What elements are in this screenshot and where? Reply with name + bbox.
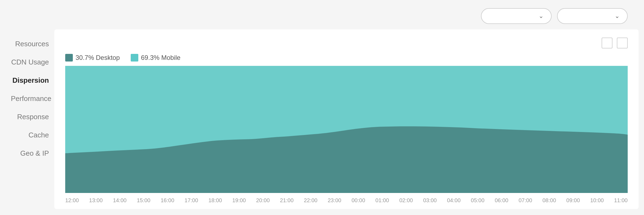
x-tick-label: 18:00 <box>208 197 222 204</box>
x-tick-label: 17:00 <box>185 197 198 204</box>
time-range-dropdown[interactable]: ⌄ <box>557 8 628 24</box>
chart-svg <box>65 66 628 193</box>
chevron-down-icon: ⌄ <box>539 13 543 20</box>
refresh-button[interactable] <box>617 38 628 48</box>
x-tick-label: 10:00 <box>590 197 604 204</box>
x-tick-label: 02:00 <box>399 197 413 204</box>
sidebar: ResourcesCDN UsageDispersionPerformanceR… <box>0 29 54 214</box>
sidebar-item-cdn_usage[interactable]: CDN Usage <box>0 53 54 71</box>
export-button[interactable] <box>602 38 612 48</box>
x-tick-label: 00:00 <box>352 197 365 204</box>
sidebar-item-cache[interactable]: Cache <box>0 126 54 144</box>
chart-legend: 30.7% Desktop69.3% Mobile <box>65 54 628 62</box>
x-tick-label: 23:00 <box>328 197 341 204</box>
x-tick-label: 20:00 <box>256 197 270 204</box>
chevron-down-icon: ⌄ <box>615 13 620 20</box>
sidebar-item-resources[interactable]: Resources <box>0 35 54 53</box>
chart-actions <box>602 38 628 48</box>
x-tick-label: 21:00 <box>280 197 293 204</box>
sidebar-item-geo_and_ip[interactable]: Geo & IP <box>0 144 54 162</box>
legend-label: 69.3% Mobile <box>141 54 180 62</box>
x-tick-label: 08:00 <box>542 197 556 204</box>
x-tick-label: 11:00 <box>614 197 628 204</box>
x-tick-label: 03:00 <box>423 197 437 204</box>
legend-item: 69.3% Mobile <box>131 54 180 62</box>
x-tick-label: 19:00 <box>232 197 246 204</box>
chart-container <box>65 66 628 193</box>
legend-label: 30.7% Desktop <box>76 54 120 62</box>
chart-panel: 30.7% Desktop69.3% Mobile 12:0013:0014:0… <box>54 29 639 209</box>
x-tick-label: 14:00 <box>113 197 127 204</box>
x-axis: 12:0013:0014:0015:0016:0017:0018:0019:00… <box>65 195 628 204</box>
x-tick-label: 01:00 <box>376 197 389 204</box>
x-tick-label: 12:00 <box>65 197 79 204</box>
legend-item: 30.7% Desktop <box>65 54 120 62</box>
x-tick-label: 16:00 <box>161 197 174 204</box>
mobile-legend-color <box>131 54 138 62</box>
x-tick-label: 04:00 <box>447 197 461 204</box>
sidebar-item-performance[interactable]: Performance <box>0 90 54 108</box>
x-tick-label: 13:00 <box>89 197 103 204</box>
sidebar-item-response[interactable]: Response <box>0 108 54 126</box>
main-content: ResourcesCDN UsageDispersionPerformanceR… <box>0 29 644 214</box>
x-tick-label: 15:00 <box>137 197 150 204</box>
x-tick-label: 09:00 <box>566 197 580 204</box>
x-tick-label: 05:00 <box>471 197 484 204</box>
sidebar-item-dispersion[interactable]: Dispersion <box>0 71 54 90</box>
x-tick-label: 07:00 <box>518 197 532 204</box>
header-controls: ⌄ ⌄ <box>476 8 628 24</box>
x-tick-label: 06:00 <box>495 197 508 204</box>
filter-stats-dropdown[interactable]: ⌄ <box>481 8 552 24</box>
x-tick-label: 22:00 <box>304 197 317 204</box>
desktop-legend-color <box>65 54 73 62</box>
chart-header <box>65 38 628 48</box>
page-header: ⌄ ⌄ <box>0 0 644 29</box>
